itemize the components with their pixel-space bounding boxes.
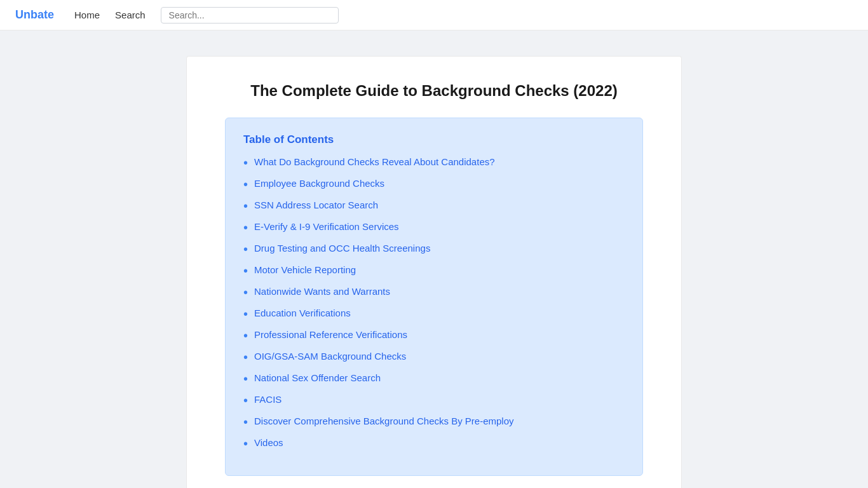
toc-list: •What Do Background Checks Reveal About … — [243, 155, 625, 451]
toc-item-8[interactable]: Education Verifications — [254, 306, 351, 320]
toc-bullet-icon: • — [243, 285, 248, 300]
toc-list-item: •Employee Background Checks — [243, 177, 625, 192]
toc-list-item: •Nationwide Wants and Warrants — [243, 285, 625, 300]
toc-bullet-icon: • — [243, 198, 248, 214]
toc-bullet-icon: • — [243, 393, 248, 408]
navbar: Unbate Home Search — [0, 0, 868, 30]
toc-list-item: •OIG/GSA-SAM Background Checks — [243, 349, 625, 365]
toc-bullet-icon: • — [243, 436, 248, 451]
toc-bullet-icon: • — [243, 220, 248, 235]
toc-list-item: •Professional Reference Verifications — [243, 328, 625, 343]
toc-list-item: •Discover Comprehensive Background Check… — [243, 414, 625, 430]
toc-bullet-icon: • — [243, 349, 248, 365]
toc-item-5[interactable]: Drug Testing and OCC Health Screenings — [254, 241, 430, 255]
toc-list-item: •Motor Vehicle Reporting — [243, 263, 625, 278]
toc-item-4[interactable]: E-Verify & I-9 Verification Services — [254, 220, 399, 233]
toc-list-item: •SSN Address Locator Search — [243, 198, 625, 214]
toc-bullet-icon: • — [243, 328, 248, 343]
toc-bullet-icon: • — [243, 177, 248, 192]
toc-box: Table of Contents •What Do Background Ch… — [225, 118, 643, 476]
toc-item-9[interactable]: Professional Reference Verifications — [254, 328, 407, 341]
toc-item-3[interactable]: SSN Address Locator Search — [254, 198, 378, 212]
toc-item-14[interactable]: Videos — [254, 436, 283, 449]
nav-search-link[interactable]: Search — [115, 10, 146, 20]
toc-list-item: •E-Verify & I-9 Verification Services — [243, 220, 625, 235]
toc-item-11[interactable]: National Sex Offender Search — [254, 371, 381, 384]
nav-home-link[interactable]: Home — [74, 10, 100, 20]
toc-list-item: •National Sex Offender Search — [243, 371, 625, 386]
toc-bullet-icon: • — [243, 241, 248, 257]
toc-bullet-icon: • — [243, 263, 248, 278]
toc-heading: Table of Contents — [243, 133, 625, 146]
toc-item-2[interactable]: Employee Background Checks — [254, 177, 384, 190]
search-bar[interactable] — [161, 7, 339, 24]
toc-item-6[interactable]: Motor Vehicle Reporting — [254, 263, 356, 276]
content-area: The Complete Guide to Background Checks … — [186, 56, 682, 488]
page-title: The Complete Guide to Background Checks … — [225, 82, 643, 100]
toc-item-1[interactable]: What Do Background Checks Reveal About C… — [254, 155, 495, 168]
toc-list-item: •Videos — [243, 436, 625, 451]
toc-bullet-icon: • — [243, 371, 248, 386]
page-wrapper: The Complete Guide to Background Checks … — [0, 30, 868, 488]
toc-item-7[interactable]: Nationwide Wants and Warrants — [254, 285, 390, 298]
toc-bullet-icon: • — [243, 306, 248, 322]
toc-list-item: •What Do Background Checks Reveal About … — [243, 155, 625, 170]
toc-item-12[interactable]: FACIS — [254, 393, 281, 406]
toc-item-10[interactable]: OIG/GSA-SAM Background Checks — [254, 349, 406, 363]
toc-list-item: •Drug Testing and OCC Health Screenings — [243, 241, 625, 257]
nav-links: Home Search — [74, 10, 146, 20]
brand-logo[interactable]: Unbate — [15, 8, 54, 22]
toc-list-item: •Education Verifications — [243, 306, 625, 322]
toc-item-13[interactable]: Discover Comprehensive Background Checks… — [254, 414, 514, 428]
toc-bullet-icon: • — [243, 414, 248, 430]
toc-list-item: •FACIS — [243, 393, 625, 408]
search-input[interactable] — [169, 10, 330, 20]
toc-bullet-icon: • — [243, 155, 248, 170]
